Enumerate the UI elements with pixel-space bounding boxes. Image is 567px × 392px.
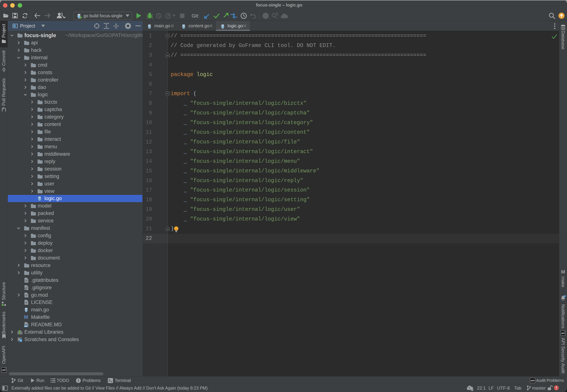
svg-text:MD: MD [25, 325, 27, 327]
svg-text:/API: /API [561, 332, 565, 335]
svg-text:/API: /API [531, 379, 535, 382]
svg-text:/API: /API [2, 369, 6, 371]
svg-text:?: ? [469, 387, 470, 390]
